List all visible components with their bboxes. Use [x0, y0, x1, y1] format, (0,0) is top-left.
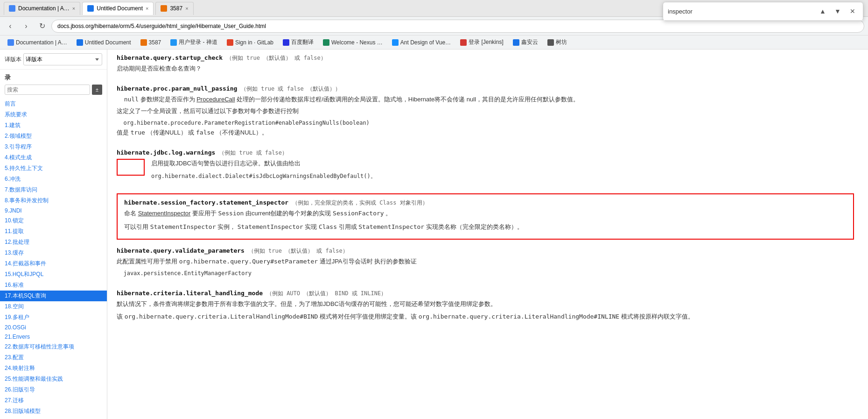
- prop-code-param-null: org.hibernate.procedure.ParameterRegistr…: [117, 118, 854, 128]
- tab-label-doc: Documentation | A…: [18, 5, 70, 12]
- prop-block-validate-params: hibernate.query.validate_parameters （例如 …: [117, 247, 854, 279]
- sidebar-nav-item-28[interactable]: 27.迁移: [0, 395, 107, 406]
- sidebar-nav-item-20[interactable]: 19.多租户: [0, 312, 107, 323]
- tab-close-3587[interactable]: ×: [185, 6, 188, 11]
- sidebar-nav-item-30[interactable]: 29.旧版休眠标准查询: [0, 417, 107, 419]
- version-label: 译版本: [5, 56, 21, 64]
- bm-label-zhendao: 用户登录 - 禅道: [179, 38, 217, 46]
- tab-label-untitled: Untitled Document: [97, 5, 143, 12]
- prop-desc-param-null-2: 这定义了一个全局设置，然后可以通过以下参数对每个参数进行控制: [117, 107, 854, 116]
- bookmark-zhendao[interactable]: 用户登录 - 禅道: [167, 37, 221, 47]
- bm-label-jenkins: 登录 [Jenkins]: [469, 38, 504, 46]
- sidebar-nav-item-2[interactable]: 1.建筑: [0, 120, 107, 131]
- bm-icon-doc: [7, 39, 14, 46]
- tab-favicon-3587: [161, 5, 167, 12]
- version-select[interactable]: 译版本: [23, 53, 102, 65]
- sidebar-nav-item-11[interactable]: 10.锁定: [0, 215, 107, 226]
- prop-title-jdbc-log: hibernate.jdbc.log.warnings （例如 true 或 f…: [117, 149, 854, 157]
- inspector-search-input[interactable]: [668, 5, 813, 17]
- sidebar-nav-item-15[interactable]: 14.拦截器和事件: [0, 258, 107, 269]
- bm-icon-untitled: [77, 39, 83, 46]
- sidebar-nav-item-19[interactable]: 18.空间: [0, 301, 107, 312]
- prop-desc-param-null-1: null 参数绑定是否应作为 ProcedureCall 处理的一部分传递给数据…: [117, 95, 854, 105]
- tab-favicon-doc: [9, 5, 15, 12]
- bookmark-xinan[interactable]: 鑫安云: [509, 37, 542, 47]
- sidebar-nav-item-12[interactable]: 11.提取: [0, 226, 107, 237]
- bookmark-untitled[interactable]: Untitled Document: [73, 38, 135, 47]
- prop-desc-validate-1: 此配置属性可用于禁用 org.hibernate.query.Query#set…: [117, 257, 854, 267]
- sidebar-nav-item-7[interactable]: 6.冲洗: [0, 174, 107, 185]
- sidebar-nav-item-10[interactable]: 9.JNDI: [0, 206, 107, 215]
- prop-desc-inspector-2: 可以引用 StatementInspector 实例， StatementIns…: [124, 222, 847, 232]
- tab-documentation[interactable]: Documentation | A… ×: [4, 2, 80, 15]
- bm-label-nexus: Welcome - Nexus …: [331, 39, 383, 46]
- bm-icon-xinan: [513, 39, 519, 46]
- sidebar-nav-item-5[interactable]: 4.模式生成: [0, 152, 107, 163]
- sidebar-nav-item-1[interactable]: 系统要求: [0, 109, 107, 120]
- bm-icon-gitlab: [227, 39, 233, 46]
- prop-title-startup-check: hibernate.query.startup_check （例如 true （…: [117, 54, 854, 62]
- sidebar-nav-item-27[interactable]: 26.旧版引导: [0, 384, 107, 395]
- sidebar-nav-item-9[interactable]: 8.事务和并发控制: [0, 195, 107, 206]
- sidebar-nav-item-18[interactable]: 17.本机SQL查询: [0, 291, 107, 301]
- sidebar-nav-item-4[interactable]: 3.引导程序: [0, 142, 107, 152]
- bookmark-shufang[interactable]: 树坊: [544, 37, 571, 47]
- sidebar-nav-item-25[interactable]: 24.映射注释: [0, 363, 107, 374]
- sidebar-search-input[interactable]: [5, 85, 90, 95]
- inspector-down-button[interactable]: ▼: [832, 6, 843, 17]
- sidebar-nav-item-26[interactable]: 25.性能调整和最佳实践: [0, 374, 107, 384]
- bookmark-baidu[interactable]: 百度翻译: [279, 37, 317, 47]
- sidebar-nav-item-3[interactable]: 2.领域模型: [0, 131, 107, 142]
- sidebar-search-section: ±: [0, 83, 107, 97]
- tab-favicon-untitled: [87, 5, 94, 12]
- sidebar-version-section: 译版本 译版本: [0, 50, 107, 70]
- back-button[interactable]: ‹: [4, 20, 17, 33]
- search-button[interactable]: ±: [92, 85, 102, 95]
- sidebar-nav-item-14[interactable]: 13.缓存: [0, 248, 107, 258]
- sidebar-nav-item-17[interactable]: 16.标准: [0, 280, 107, 291]
- inspector-close-button[interactable]: ✕: [847, 6, 858, 17]
- prop-desc-param-null-3: 值是 true （传递NULL） 或 false （不传递NULL）。: [117, 128, 854, 138]
- tab-3587[interactable]: 3587 ×: [155, 2, 193, 15]
- bm-label-xinan: 鑫安云: [521, 38, 538, 46]
- prop-desc-jdbc-log: 启用提取JDBC语句警告以进行日志记录。默认值由给出 org.hibernate…: [151, 159, 376, 182]
- content-area: hibernate.query.startup_check （例如 true （…: [107, 50, 868, 419]
- bm-icon-baidu: [283, 39, 289, 46]
- sidebar-nav-item-29[interactable]: 28.旧版域模型: [0, 406, 107, 417]
- inspector-up-button[interactable]: ▲: [817, 6, 828, 17]
- bookmark-3587[interactable]: 3587: [137, 38, 165, 47]
- prop-desc-literal-2: 该 org.hibernate.query.criteria.LiteralHa…: [117, 312, 854, 322]
- prop-title-literal-handling: hibernate.criteria.literal_handling_mode…: [117, 290, 854, 298]
- bookmark-bar: Documentation | A… Untitled Document 358…: [0, 36, 868, 50]
- bm-label-gitlab: Sign in · GitLab: [235, 39, 273, 46]
- tab-label-3587: 3587: [170, 5, 182, 12]
- sidebar-nav-item-24[interactable]: 23.配置: [0, 352, 107, 363]
- bm-label-antdesign: Ant Design of Vue…: [400, 39, 451, 46]
- bm-label-baidu: 百度翻译: [291, 38, 314, 46]
- sidebar-nav-item-16[interactable]: 15.HQL和JPQL: [0, 269, 107, 280]
- forward-button[interactable]: ›: [20, 20, 33, 33]
- sidebar-nav-item-8[interactable]: 7.数据库访问: [0, 185, 107, 195]
- bookmark-gitlab[interactable]: Sign in · GitLab: [223, 38, 277, 47]
- prop-block-statement-inspector: hibernate.session_factory.statement_insp…: [117, 193, 854, 240]
- bm-icon-3587: [140, 39, 147, 46]
- sidebar-nav-item-0[interactable]: 前言: [0, 99, 107, 109]
- bookmark-antdesign[interactable]: Ant Design of Vue…: [388, 38, 455, 47]
- sidebar-nav-item-13[interactable]: 12.批处理: [0, 237, 107, 248]
- sidebar-nav-item-22[interactable]: 21.Envers: [0, 332, 107, 341]
- prop-code-validate: javax.persistence.EntityManagerFactory: [117, 268, 854, 278]
- tab-untitled[interactable]: Untitled Document ×: [82, 2, 154, 15]
- sidebar-nav-item-21[interactable]: 20.OSGi: [0, 323, 107, 332]
- bookmark-documentation[interactable]: Documentation | A…: [4, 38, 71, 47]
- address-input[interactable]: [51, 20, 864, 33]
- sidebar-nav-item-6[interactable]: 5.持久性上下文: [0, 163, 107, 174]
- prop-desc-inspector-1: 命名 StatementInspector 要应用于 Session 由curr…: [124, 209, 847, 219]
- bm-icon-jenkins: [460, 39, 467, 46]
- inspector-overlay: ▲ ▼ ✕: [663, 2, 863, 21]
- bookmark-nexus[interactable]: Welcome - Nexus …: [319, 38, 386, 47]
- refresh-button[interactable]: ↻: [35, 20, 49, 33]
- tab-close-doc[interactable]: ×: [72, 6, 75, 11]
- sidebar-nav-item-23[interactable]: 22.数据库可移植性注意事项: [0, 341, 107, 352]
- tab-close-untitled[interactable]: ×: [146, 6, 148, 11]
- bookmark-jenkins[interactable]: 登录 [Jenkins]: [456, 37, 507, 47]
